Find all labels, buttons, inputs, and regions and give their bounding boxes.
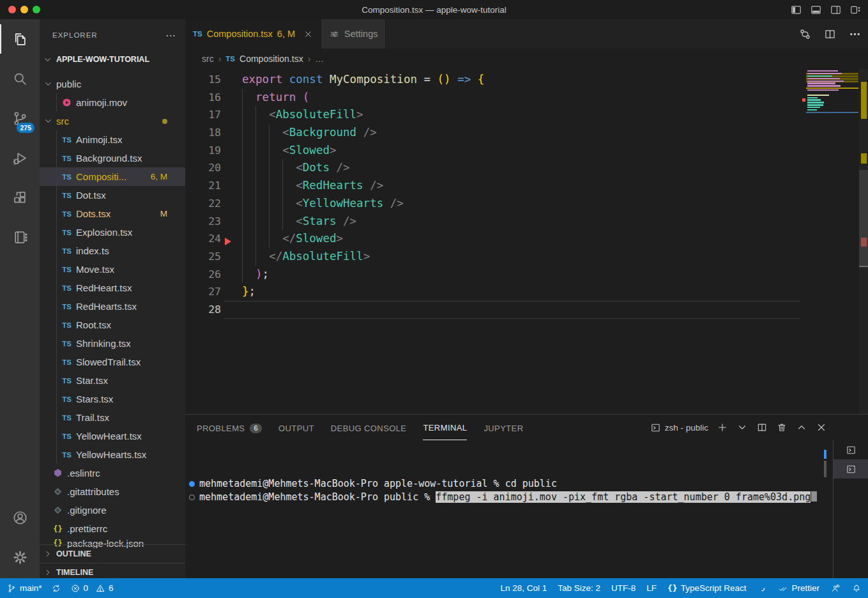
status-cursor-position[interactable]: Ln 28, Col 1 [500,583,547,593]
layout-panel-icon[interactable] [810,4,822,16]
file-row--gitattributes[interactable]: .gitattributes [40,482,185,501]
code-line-28[interactable]: 28 [185,301,868,319]
breadcrumb[interactable]: src›TSComposition.tsx›… [185,49,868,69]
status-language-mode[interactable]: {}TypeScript React [667,583,746,593]
minimap[interactable] [806,70,858,113]
panel-tab-problems[interactable]: PROBLEMS6 [197,415,262,440]
activity-source-control[interactable]: 275 [0,98,40,138]
new-terminal-icon[interactable] [717,422,728,433]
code-line-21[interactable]: 21<RedHearts /> [185,177,868,195]
status-prettier[interactable]: Prettier [778,583,819,594]
outline-section-header[interactable]: OUTLINE [40,544,185,563]
activity-notebook[interactable] [0,217,40,257]
code-line-15[interactable]: 15export const MyComposition = () => { [185,71,868,89]
code-line-17[interactable]: 17<AbsoluteFill> [185,106,868,124]
terminal-scrollbar[interactable] [824,461,826,477]
code-line-20[interactable]: 20<Dots /> [185,159,868,177]
file-row-yellowhearts-tsx[interactable]: TSYellowHearts.tsx [40,445,185,464]
code-line-16[interactable]: 16return ( [185,89,868,107]
panel-tab-output[interactable]: OUTPUT [278,415,314,440]
status-git-branch[interactable]: main* [6,583,42,594]
file-row--prettierrc[interactable]: {}.prettierrc [40,519,185,538]
terminal-instance-tab[interactable] [834,440,868,459]
code-line-18[interactable]: 18<Background /> [185,124,868,142]
code-editor[interactable]: 15export const MyComposition = () => {16… [185,69,868,414]
breadcrumb-file[interactable]: Composition.tsx [240,54,303,64]
layout-customize-icon[interactable] [849,4,862,16]
file-row-public[interactable]: public [40,75,185,93]
panel-tab-jupyter[interactable]: JUPYTER [483,415,523,440]
overview-ruler[interactable] [859,69,868,414]
command-decoration-filled[interactable] [189,481,195,487]
activity-extensions[interactable] [0,178,40,217]
status-notifications[interactable] [851,583,862,594]
status-ts-loading[interactable] [757,583,767,594]
panel-tab-terminal[interactable]: TERMINAL [423,415,467,440]
breadcrumb-symbol[interactable]: … [315,54,324,64]
chevron-up-icon[interactable] [796,422,807,433]
code-line-19[interactable]: 19<Slowed> [185,142,868,160]
project-root-row[interactable]: APPLE-WOW-TUTORIAL [40,51,185,68]
trash-icon[interactable] [776,422,788,433]
code-line-26[interactable]: 26); [185,266,868,284]
file-row-redheart-tsx[interactable]: TSRedHeart.tsx [40,279,185,297]
code-line-25[interactable]: 25</AbsoluteFill> [185,248,868,266]
files-icon [11,31,29,48]
file-row-compositi-[interactable]: TSCompositi...6, M [40,167,185,186]
activity-search[interactable] [0,59,40,98]
file-row--eslintrc[interactable]: .eslintrc [40,464,185,482]
file-row-animoji-mov[interactable]: animoji.mov [40,93,185,112]
code-line-23[interactable]: 23<Stars /> [185,213,868,231]
close-tab-icon[interactable] [303,29,313,39]
activity-account[interactable] [0,498,40,537]
close-panel-icon[interactable] [816,422,827,433]
explorer-more-actions[interactable]: ⋯ [165,29,176,42]
file-row-redhearts-tsx[interactable]: TSRedHearts.tsx [40,297,185,316]
file-row-dot-tsx[interactable]: TSDot.tsx [40,186,185,204]
more-actions-icon[interactable] [848,27,862,41]
status-indentation[interactable]: Tab Size: 2 [558,583,600,593]
file-row-shrinking-tsx[interactable]: TSShrinking.tsx [40,334,185,353]
terminal-instance-tab[interactable] [834,459,868,479]
status-feedback[interactable] [830,583,841,594]
file-row-animoji-tsx[interactable]: TSAnimoji.tsx [40,130,185,149]
file-row--gitignore[interactable]: .gitignore [40,501,185,519]
split-editor-icon[interactable] [823,27,837,41]
file-row-slowedtrail-tsx[interactable]: TSSlowedTrail.tsx [40,353,185,371]
code-line-27[interactable]: 27}; [185,283,868,301]
breadcrumb-folder[interactable]: src [202,54,214,64]
file-row-dots-tsx[interactable]: TSDots.tsxM [40,204,185,223]
tab-composition-tsx[interactable]: TSComposition.tsx6, M [185,19,321,49]
activity-files[interactable] [0,19,40,59]
chevron-down-icon[interactable] [736,422,748,433]
file-row-trail-tsx[interactable]: TSTrail.tsx [40,408,185,427]
activity-settings-gear[interactable] [0,537,40,577]
file-row-background-tsx[interactable]: TSBackground.tsx [40,149,185,167]
file-row-move-tsx[interactable]: TSMove.tsx [40,260,185,279]
status-sync[interactable] [51,583,61,594]
file-row-yellowheart-tsx[interactable]: TSYellowHeart.tsx [40,427,185,445]
command-decoration-outline[interactable] [189,494,195,500]
split-terminal-icon[interactable] [756,422,768,433]
code-line-24[interactable]: 24</Slowed> [185,230,868,248]
open-changes-icon[interactable] [798,27,812,41]
file-row-index-ts[interactable]: TSindex.ts [40,241,185,260]
outline-label: OUTLINE [56,549,91,558]
status-encoding[interactable]: UTF-8 [611,583,636,593]
file-row-explosion-tsx[interactable]: TSExplosion.tsx [40,223,185,241]
code-line-22[interactable]: 22<YellowHearts /> [185,195,868,213]
file-row-src[interactable]: src [40,112,185,130]
terminal-picker[interactable]: zsh - public [650,422,708,433]
layout-sidebar-right-icon[interactable] [830,4,842,16]
activity-run-debug[interactable] [0,138,40,178]
file-row-star-tsx[interactable]: TSStar.tsx [40,371,185,390]
panel-tab-debug-console[interactable]: DEBUG CONSOLE [331,415,407,440]
tab-settings[interactable]: Settings [321,19,386,49]
terminal-content[interactable]: mehmetademi@Mehmets-MacBook-Pro apple-wo… [185,440,830,579]
file-row-root-tsx[interactable]: TSRoot.tsx [40,316,185,334]
layout-sidebar-left-icon[interactable] [790,4,802,16]
status-eol[interactable]: LF [646,583,657,593]
status-problems[interactable]: 06 [70,583,114,594]
timeline-section-header[interactable]: TIMELINE [40,563,185,578]
file-row-stars-tsx[interactable]: TSStars.tsx [40,390,185,408]
